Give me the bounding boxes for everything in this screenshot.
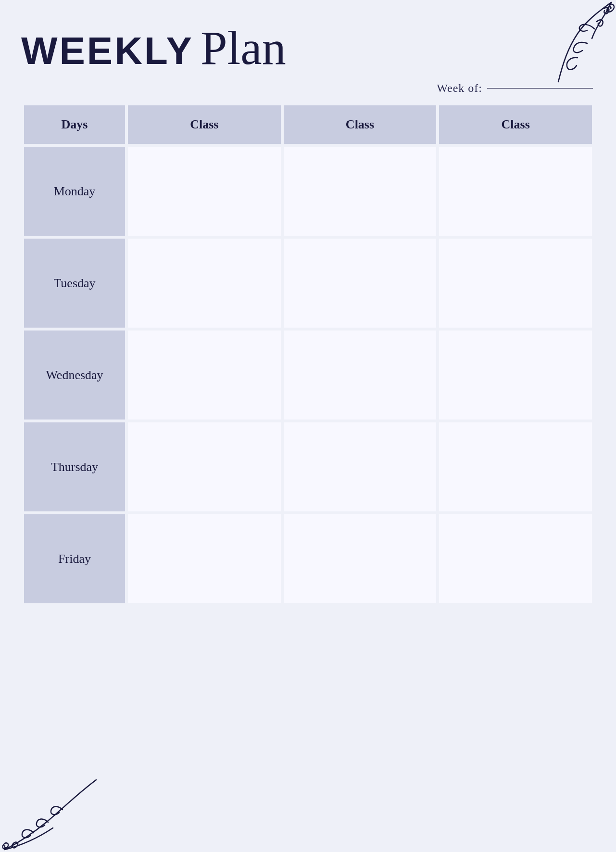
- thursday-class-2[interactable]: [284, 422, 437, 511]
- friday-class-3[interactable]: [439, 514, 592, 603]
- table-row: Tuesday: [24, 239, 592, 328]
- day-thursday: Thursday: [24, 422, 125, 511]
- table-row: Thursday: [24, 422, 592, 511]
- tuesday-class-1[interactable]: [128, 239, 281, 328]
- bottom-left-decoration: [0, 775, 106, 852]
- friday-class-2[interactable]: [284, 514, 437, 603]
- wednesday-class-2[interactable]: [284, 331, 437, 420]
- wednesday-class-1[interactable]: [128, 331, 281, 420]
- thursday-class-1[interactable]: [128, 422, 281, 511]
- header-days: Days: [24, 105, 125, 144]
- thursday-class-3[interactable]: [439, 422, 592, 511]
- week-of-label: Week of:: [437, 82, 482, 95]
- header-class-2: Class: [284, 105, 437, 144]
- header: WEEKLY Plan: [21, 24, 595, 72]
- day-friday: Friday: [24, 514, 125, 603]
- title-plan: Plan: [201, 24, 286, 72]
- day-monday: Monday: [24, 147, 125, 236]
- day-tuesday: Tuesday: [24, 239, 125, 328]
- top-right-decoration: [520, 0, 616, 96]
- wednesday-class-3[interactable]: [439, 331, 592, 420]
- friday-class-1[interactable]: [128, 514, 281, 603]
- monday-class-1[interactable]: [128, 147, 281, 236]
- table-row: Friday: [24, 514, 592, 603]
- planner-table: Days Class Class Class Monday Tuesday We…: [21, 102, 595, 606]
- monday-class-2[interactable]: [284, 147, 437, 236]
- tuesday-class-2[interactable]: [284, 239, 437, 328]
- table-row: Wednesday: [24, 331, 592, 420]
- title-block: WEEKLY Plan: [21, 24, 286, 72]
- week-of-row: Week of:: [21, 82, 595, 95]
- tuesday-class-3[interactable]: [439, 239, 592, 328]
- table-row: Monday: [24, 147, 592, 236]
- table-header-row: Days Class Class Class: [24, 105, 592, 144]
- header-class-1: Class: [128, 105, 281, 144]
- monday-class-3[interactable]: [439, 147, 592, 236]
- page: WEEKLY Plan Week of: Days Class Class Cl…: [0, 0, 616, 852]
- title-weekly: WEEKLY: [21, 32, 194, 70]
- day-wednesday: Wednesday: [24, 331, 125, 420]
- header-class-3: Class: [439, 105, 592, 144]
